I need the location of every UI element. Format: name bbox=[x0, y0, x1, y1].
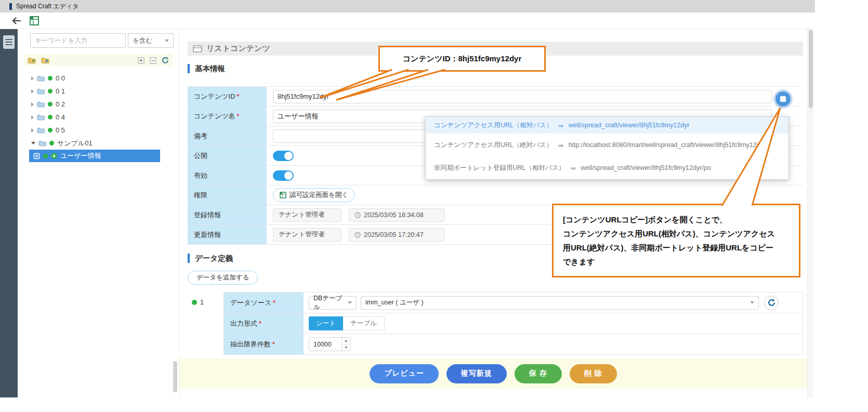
main-scrollbar-thumb[interactable] bbox=[809, 30, 813, 108]
tree-item-01[interactable]: 0 1 bbox=[18, 85, 174, 98]
caret-right-icon[interactable] bbox=[31, 128, 34, 132]
import-folder-icon[interactable] bbox=[41, 57, 49, 64]
form-row-permission: 権限 認可設定画面を開く bbox=[188, 185, 803, 205]
caret-right-icon[interactable] bbox=[31, 115, 34, 119]
url-menu-item-url: http://localhost:8080/imart/well/spread_… bbox=[569, 141, 766, 149]
tree-item-02[interactable]: 0 2 bbox=[18, 98, 174, 111]
folder-icon bbox=[38, 140, 46, 147]
caret-right-icon[interactable] bbox=[31, 76, 34, 81]
tree-toolbar bbox=[24, 54, 173, 67]
app-window: Spread Craft エディタ を含む bbox=[0, 0, 868, 412]
list-content-icon bbox=[33, 153, 40, 160]
status-dot-icon bbox=[48, 102, 52, 107]
url-menu-item-relative[interactable]: コンテンツアクセス用URL（相対パス） ⇒ well/spread_craft/… bbox=[426, 117, 788, 134]
menu-icon[interactable] bbox=[3, 35, 15, 49]
match-type-select[interactable]: を含む bbox=[128, 33, 174, 48]
status-dot-icon bbox=[43, 154, 48, 158]
data-row-index: 1 bbox=[188, 292, 223, 306]
refresh-icon bbox=[768, 299, 775, 307]
caret-down-icon[interactable] bbox=[31, 142, 35, 144]
tab-table[interactable]: テーブル bbox=[343, 316, 385, 330]
field-label: 登録情報 bbox=[188, 205, 267, 224]
url-menu-item-arrow: ⇒ bbox=[558, 141, 563, 149]
required-mark: * bbox=[259, 320, 261, 327]
clock-icon bbox=[354, 212, 361, 218]
duplicate-new-button[interactable]: 複写新規 bbox=[446, 364, 507, 383]
field-label: 更新情報 bbox=[188, 225, 267, 244]
main-scrollbar[interactable] bbox=[807, 29, 813, 397]
enabled-toggle[interactable] bbox=[273, 170, 294, 181]
data-definition-row-1: 1 データソース * DBテーブル imm_user ( ユーザ ) bbox=[188, 292, 803, 355]
window-titlebar: Spread Craft エディタ bbox=[0, 0, 815, 12]
callout-line: [コンテンツURLコピー]ボタンを開くことで、 bbox=[563, 212, 790, 227]
chevron-down-icon bbox=[165, 39, 169, 42]
form-row-extract-limit: 抽出限界件数 * bbox=[224, 334, 803, 355]
expand-all-icon[interactable] bbox=[138, 57, 144, 64]
section-title: 基本情報 bbox=[195, 64, 225, 74]
section-accent-bar bbox=[188, 254, 190, 263]
tab-sheet[interactable]: シート bbox=[309, 316, 343, 330]
folder-icon bbox=[37, 75, 45, 82]
tree-item-00[interactable]: 0 0 bbox=[18, 72, 174, 85]
tree-refresh-icon[interactable] bbox=[162, 57, 169, 64]
stepper-down-button[interactable] bbox=[342, 344, 350, 351]
tree-item-label: 0 1 bbox=[56, 87, 65, 95]
stepper-up-button[interactable] bbox=[342, 338, 350, 344]
spreadcraft-logo-icon[interactable] bbox=[28, 15, 41, 27]
updated-user-box: テナント管理者 bbox=[273, 228, 341, 242]
sidebar-scrollbar[interactable] bbox=[173, 361, 177, 392]
left-rail bbox=[0, 29, 18, 397]
add-folder-icon[interactable] bbox=[28, 57, 36, 64]
field-label: コンテンツ名 * bbox=[188, 107, 267, 126]
datasource-type-select[interactable]: DBテーブル bbox=[309, 296, 357, 310]
url-menu-item-arrow: ⇒ bbox=[558, 122, 563, 129]
keyword-search-input[interactable] bbox=[30, 33, 126, 48]
tree-item-label: 0 2 bbox=[56, 100, 65, 108]
caret-right-icon[interactable] bbox=[31, 89, 34, 94]
field-label: コンテンツID * bbox=[188, 87, 267, 106]
form-row-datasource: データソース * DBテーブル imm_user ( ユーザ ) bbox=[224, 293, 803, 313]
back-button[interactable] bbox=[9, 15, 23, 27]
content-tree: 0 0 0 1 0 2 0 4 bbox=[18, 72, 174, 162]
field-label: 抽出限界件数 * bbox=[224, 334, 304, 354]
url-menu-item-absolute[interactable]: コンテンツアクセス用URL（絶対パス） ⇒ http://localhost:8… bbox=[426, 134, 788, 156]
publish-toggle[interactable] bbox=[273, 151, 294, 161]
callout-line: コンテンツアクセス用URL(相対パス)、コンテンツアクセス bbox=[563, 227, 790, 241]
page-title: リストコンテンツ bbox=[206, 44, 270, 54]
delete-button[interactable]: 削 除 bbox=[570, 364, 617, 383]
tree-item-04[interactable]: 0 4 bbox=[18, 111, 174, 124]
field-label: 有効 bbox=[188, 166, 267, 185]
url-menu-item-arrow: ⇒ bbox=[570, 164, 575, 172]
add-data-button[interactable]: データを追加する bbox=[188, 271, 258, 285]
tree-item-05[interactable]: 0 5 bbox=[18, 124, 174, 137]
tree-item-user-info[interactable]: ユーザー情報 bbox=[29, 150, 160, 162]
spreadsheet-icon bbox=[280, 192, 286, 198]
tree-item-sample01[interactable]: サンプル01 bbox=[18, 137, 174, 150]
preview-button[interactable]: プレビュー bbox=[370, 364, 438, 383]
tree-item-label: ユーザー情報 bbox=[60, 151, 101, 161]
save-button[interactable]: 保 存 bbox=[515, 364, 562, 383]
extract-limit-input[interactable] bbox=[309, 338, 341, 351]
caret-right-icon[interactable] bbox=[31, 102, 34, 107]
open-authorization-settings-button[interactable]: 認可設定画面を開く bbox=[273, 188, 355, 202]
registered-timestamp-box: 2025/03/05 16:34:08 bbox=[349, 208, 444, 222]
list-content-icon bbox=[193, 45, 202, 52]
top-toolbar bbox=[0, 12, 815, 29]
datasource-refresh-button[interactable] bbox=[764, 296, 779, 310]
status-dot-icon bbox=[48, 128, 52, 132]
datasource-table-select[interactable]: imm_user ( ユーザ ) bbox=[361, 296, 759, 310]
window-title: Spread Craft エディタ bbox=[16, 2, 79, 11]
folder-icon bbox=[37, 88, 45, 95]
url-menu-item-label: コンテンツアクセス用URL（相対パス） bbox=[434, 121, 553, 130]
callout-line: 用URL(絶対パス)、非同期ポートレット登録用URLをコピー bbox=[563, 241, 790, 255]
tree-item-label: サンプル01 bbox=[57, 139, 93, 148]
registered-user-box: テナント管理者 bbox=[273, 208, 341, 222]
chevron-down-icon bbox=[348, 301, 352, 304]
content-url-copy-button[interactable] bbox=[775, 91, 791, 107]
collapse-all-icon[interactable] bbox=[150, 57, 156, 64]
status-dot-icon bbox=[49, 141, 54, 145]
content-id-input[interactable] bbox=[273, 90, 772, 103]
annotation-callout-url-copy: [コンテンツURLコピー]ボタンを開くことで、 コンテンツアクセス用URL(相対… bbox=[552, 204, 800, 277]
folder-icon bbox=[37, 127, 45, 134]
url-menu-item-async-portlet[interactable]: 非同期ポートレット登録用URL（相対パス） ⇒ well/spread_craf… bbox=[426, 156, 788, 179]
